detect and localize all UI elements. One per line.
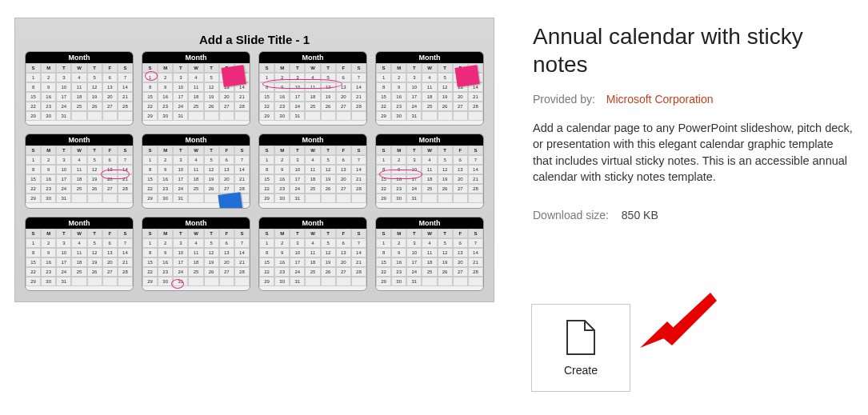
template-info-panel: Annual calendar with sticky notes Provid… xyxy=(533,18,853,302)
mini-calendar-header: Month xyxy=(26,52,133,63)
oval-annotation xyxy=(262,79,342,89)
mini-calendar: MonthSMTWTFS1234567891011121314151617181… xyxy=(142,217,250,291)
mini-calendar: MonthSMTWTFS1234567891011121314151617181… xyxy=(258,134,367,208)
mini-calendar: MonthSMTWTFS1234567891011121314151617181… xyxy=(375,134,484,208)
provided-by-label: Provided by: xyxy=(533,93,595,106)
download-size-value: 850 KB xyxy=(622,209,658,221)
svg-marker-0 xyxy=(640,321,678,348)
mini-calendar: MonthSMTWTFS1234567891011121314151617181… xyxy=(375,217,484,291)
download-size-line: Download size: 850 KB xyxy=(533,209,853,221)
mini-calendar: MonthSMTWTFS1234567891011121314151617181… xyxy=(142,134,250,208)
mini-calendar-header: Month xyxy=(142,52,250,63)
mini-calendar-header: Month xyxy=(259,134,366,146)
mini-calendar-header: Month xyxy=(259,217,366,229)
sticky-note-pink xyxy=(454,65,479,87)
mini-calendar-header: Month xyxy=(376,134,483,146)
create-button[interactable]: Create xyxy=(531,304,630,392)
download-size-label: Download size: xyxy=(533,209,609,221)
mini-calendar: MonthSMTWTFS1234567891011121314151617181… xyxy=(25,51,134,126)
provided-by-line: Provided by: Microsoft Corporation xyxy=(533,93,853,106)
template-description: Add a calendar page to any PowerPoint sl… xyxy=(533,120,853,185)
mini-calendar: MonthSMTWTFS1234567891011121314151617181… xyxy=(258,51,367,126)
mini-calendar: MonthSMTWTFS1234567891011121314151617181… xyxy=(25,134,134,208)
mini-calendar-header: Month xyxy=(142,217,250,229)
mini-calendar: MonthSMTWTFS1234567891011121314151617181… xyxy=(375,51,484,126)
oval-annotation xyxy=(101,170,130,179)
slide-title: Add a Slide Title - 1 xyxy=(25,33,484,46)
oval-annotation xyxy=(379,170,422,179)
create-button-label: Create xyxy=(564,364,598,377)
template-title: Annual calendar with sticky notes xyxy=(533,22,853,78)
sticky-note-pink xyxy=(221,65,246,87)
mini-calendar: MonthSMTWTFS1234567891011121314151617181… xyxy=(25,217,134,291)
circle-annotation xyxy=(145,71,158,81)
mini-calendar-header: Month xyxy=(26,134,133,146)
document-icon xyxy=(566,319,596,356)
mini-calendar-header: Month xyxy=(376,52,483,63)
provider-link[interactable]: Microsoft Corporation xyxy=(606,93,714,106)
mini-calendar-header: Month xyxy=(259,52,366,63)
mini-calendar-header: Month xyxy=(26,217,133,229)
sticky-note-blue xyxy=(218,192,242,209)
mini-calendar-header: Month xyxy=(376,217,483,229)
mini-calendar: MonthSMTWTFS1234567891011121314151617181… xyxy=(258,217,367,291)
circle-annotation xyxy=(171,279,184,289)
mini-calendar: MonthSMTWTFS1234567891011121314151617181… xyxy=(142,51,250,126)
template-preview: Add a Slide Title - 1 MonthSMTWTFS123456… xyxy=(14,18,494,302)
mini-calendar-header: Month xyxy=(142,134,250,146)
